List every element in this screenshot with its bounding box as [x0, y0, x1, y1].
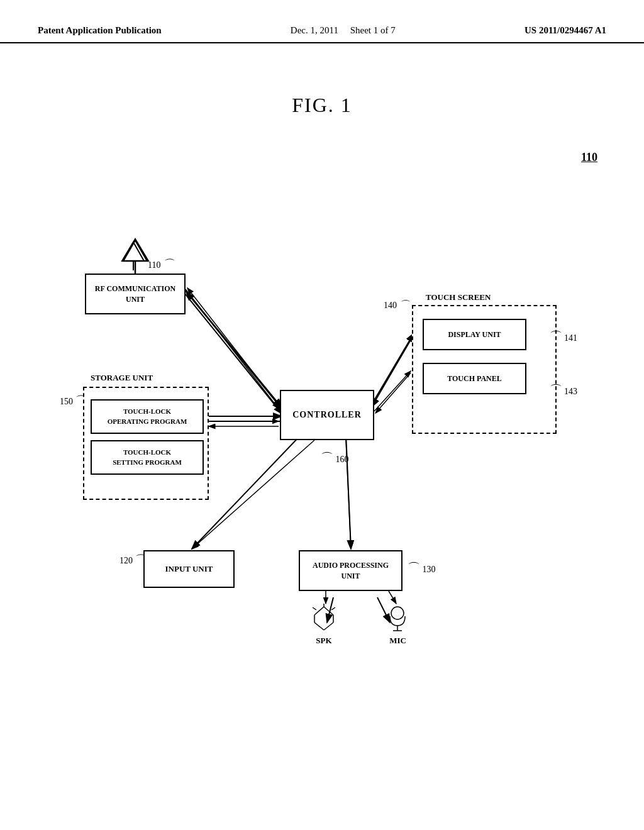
svg-line-45	[389, 591, 396, 604]
svg-point-29	[391, 607, 404, 619]
ref-140: 140 ⌒	[384, 299, 411, 312]
spk-label: SPK	[311, 636, 336, 646]
spk-area: SPK	[311, 604, 336, 646]
ref-100: 110	[581, 151, 597, 164]
svg-line-26	[313, 607, 316, 610]
svg-line-25	[324, 622, 333, 630]
touch-screen-label: TOUCH SCREEN	[426, 292, 491, 302]
ref-110: 110 ⌒	[148, 257, 175, 272]
date-label: Dec. 1, 2011	[291, 25, 338, 35]
mic-label: MIC	[387, 636, 409, 646]
svg-line-39	[375, 373, 411, 413]
ref-143: ⌒ 143	[550, 382, 578, 399]
page-header: Patent Application Publication Dec. 1, 2…	[0, 0, 644, 43]
date-sheet: Dec. 1, 2011 Sheet 1 of 7	[291, 25, 396, 36]
svg-line-12	[371, 333, 414, 406]
patent-number: US 2011/0294467 A1	[525, 25, 606, 36]
ref-160: ⌒ 160	[321, 450, 349, 467]
rf-comm-box: RF COMMUNICATION UNIT	[85, 274, 186, 314]
touch-lock-op-box: TOUCH-LOCK OPERATING PROGRAM	[91, 399, 204, 434]
ref-120: 120 ⌒	[119, 552, 147, 567]
svg-line-20	[314, 607, 324, 615]
figure-title: FIG. 1	[0, 94, 644, 117]
svg-marker-8	[123, 240, 147, 261]
storage-unit-label: STORAGE UNIT	[91, 373, 153, 383]
sheet-label: Sheet 1 of 7	[350, 25, 396, 35]
svg-line-24	[314, 622, 324, 630]
audio-proc-box: AUDIO PROCESSING UNIT	[299, 550, 402, 591]
input-unit-box: INPUT UNIT	[143, 550, 235, 588]
svg-line-28	[331, 607, 335, 610]
svg-marker-2	[123, 242, 144, 261]
publication-label: Patent Application Publication	[38, 25, 162, 36]
svg-line-42	[192, 440, 314, 549]
ref-141: ⌒ 141	[550, 328, 578, 345]
spk-icon	[311, 604, 336, 632]
mic-area: MIC	[387, 604, 409, 646]
touch-lock-set-box: TOUCH-LOCK SETTING PROGRAM	[91, 440, 204, 475]
ref-130: ⌒ 130	[408, 560, 436, 577]
mic-icon	[387, 604, 409, 632]
diagram-area: 110	[38, 145, 604, 711]
svg-line-38	[374, 371, 411, 411]
touch-screen-outer: TOUCH SCREEN DISPLAY UNIT TOUCH PANEL ⌒ …	[412, 305, 557, 434]
svg-line-13	[372, 335, 414, 407]
display-unit-box: DISPLAY UNIT	[423, 319, 526, 350]
controller-box: CONTROLLER	[280, 390, 374, 440]
touch-panel-box: TOUCH PANEL	[423, 363, 526, 394]
svg-marker-34	[122, 239, 148, 261]
storage-outer-box: STORAGE UNIT TOUCH-LOCK OPERATING PROGRA…	[83, 387, 209, 500]
svg-line-21	[324, 607, 333, 615]
